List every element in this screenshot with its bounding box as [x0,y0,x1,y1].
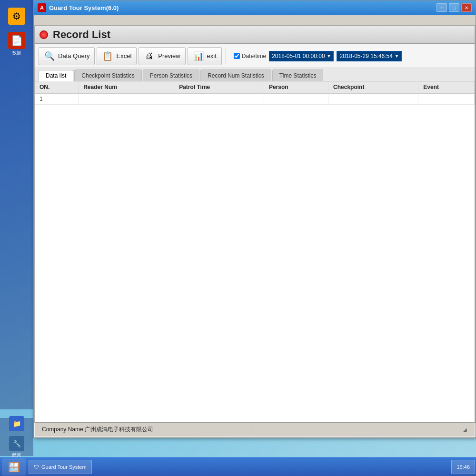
col-event: Event [418,81,475,93]
excel-label: Excel [116,52,131,60]
window-controls: ─ □ ✕ [436,3,472,12]
toolbar: 🔍 Data Query 📋 Excel 🖨 Preview 📊 exit [35,44,475,68]
excel-button[interactable]: 📋 Excel [97,47,137,65]
date-to-arrow: ▼ [395,54,399,59]
table-body: 1 [35,93,475,105]
company-status: Company Name:广州成鸿电子科技有限公司 [40,426,251,434]
taskbar-clock: 15:46 [451,460,475,474]
start-icon: 🪟 [8,461,20,473]
date-from-picker[interactable]: 2018-05-01 00:00:00 ▼ [269,51,334,61]
tab-checkpoint-statistics[interactable]: Checkpoint Statistics [74,69,141,81]
table-cell [79,93,174,105]
taskbar-item-app[interactable]: 🛡 Guard Tour System [29,460,92,474]
close-button[interactable]: ✕ [461,3,472,12]
col-on: ON. [35,81,79,93]
datetime-checkbox-label[interactable]: Date/time [234,53,266,60]
date-to-value: 2018-05-29 15:46:54 [339,53,392,60]
record-panel: Record List 🔍 Data Query 📋 Excel 🖨 Previ… [34,25,476,423]
taskbar-item-label: Guard Tour System [41,464,87,470]
resize-handle[interactable]: ◢ [463,427,470,432]
sidebar-bottom-icon2[interactable]: 🔧 酷河 [4,436,29,458]
taskbar-start[interactable]: 🪟 [2,458,26,476]
datetime-checkbox[interactable] [234,53,240,59]
col-person: Person [264,81,328,93]
left-sidebar: ⚙ 📄 数据 [0,0,33,409]
title-bar: A Guard Tour System(6.0) ─ □ ✕ [34,0,476,15]
table-cell [418,93,475,105]
company-name: Company Name:广州成鸿电子科技有限公司 [42,426,153,433]
menu-bar [34,15,476,25]
date-from-value: 2018-05-01 00:00:00 [272,53,325,60]
tab-data-list[interactable]: Data list [39,70,73,81]
table-cell: 1 [35,93,79,105]
date-from-arrow: ▼ [327,54,331,59]
table-row: 1 [35,93,475,105]
data-query-button[interactable]: 🔍 Data Query [39,47,95,65]
data-query-label: Data Query [58,52,89,60]
preview-icon: 🖨 [144,50,155,62]
exit-label: exit [207,52,217,60]
col-patrol-time: Patrol Time [174,81,264,93]
sidebar-icon-settings[interactable]: ⚙ [4,4,29,29]
date-to-picker[interactable]: 2018-05-29 15:46:54 ▼ [337,51,401,61]
col-reader-num: Reader Num [79,81,174,93]
minimize-button[interactable]: ─ [436,3,447,12]
datetime-area: Date/time 2018-05-01 00:00:00 ▼ 2018-05-… [234,51,402,61]
toolbar-separator [226,48,226,64]
datetime-label: Date/time [242,53,266,60]
table-cell [174,93,264,105]
search-icon: 🔍 [44,50,55,62]
tab-person-statistics[interactable]: Person Statistics [143,69,199,81]
preview-button[interactable]: 🖨 Preview [139,47,185,65]
tab-record-num-statistics[interactable]: Record Num Statistics [200,69,271,81]
status-bar: Company Name:广州成鸿电子科技有限公司 ◢ [35,422,475,436]
data-table: ON. Reader Num Patrol Time Person Checkp… [35,81,475,105]
main-window: A Guard Tour System(6.0) ─ □ ✕ Record Li… [33,0,476,438]
data-table-area: ON. Reader Num Patrol Time Person Checkp… [35,81,475,422]
tab-time-statistics[interactable]: Time Statistics [272,69,324,81]
exit-button[interactable]: 📊 exit [188,47,222,65]
sidebar-bottom-icon1[interactable]: 📁 [4,416,29,431]
panel-title-bar: Record List [35,26,475,44]
title-bar-icon: A [38,3,46,12]
desktop: ⚙ 📄 数据 A Guard Tour System(6.0) ─ □ ✕ [0,0,476,476]
table-header: ON. Reader Num Patrol Time Person Checkp… [35,81,475,93]
table-cell [328,93,418,105]
col-checkpoint: Checkpoint [328,81,418,93]
taskbar: 🪟 🛡 Guard Tour System 15:46 [0,457,476,476]
taskbar-item-icon: 🛡 [34,464,39,470]
excel-icon: 📋 [102,50,113,62]
taskbar-sidebar-area: 📁 🔧 酷河 [0,418,33,456]
exit-icon: 📊 [193,50,204,62]
preview-label: Preview [158,52,180,60]
panel-title: Record List [53,29,110,41]
sidebar-icon-data[interactable]: 📄 数据 [4,31,29,56]
tabs-bar: Data list Checkpoint Statistics Person S… [35,68,475,81]
table-cell [264,93,328,105]
record-content: Data list Checkpoint Statistics Person S… [35,68,475,422]
panel-close-button[interactable] [40,30,48,39]
maximize-button[interactable]: □ [449,3,459,12]
window-title: Guard Tour System(6.0) [49,4,436,11]
